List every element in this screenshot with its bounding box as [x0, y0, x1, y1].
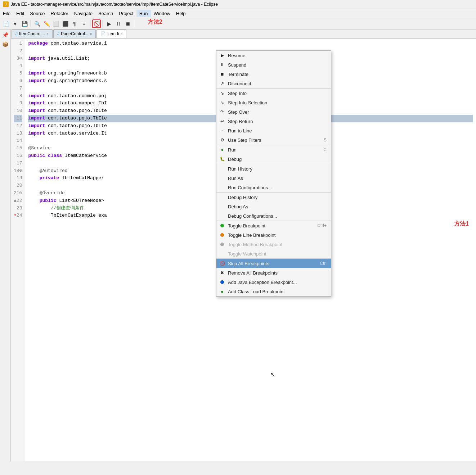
- tab-close-3[interactable]: ×: [120, 32, 122, 36]
- menu-refactor[interactable]: Refactor: [48, 10, 71, 17]
- menu-run-history[interactable]: Run History: [216, 164, 331, 173]
- menu-section-skip: 🚫 Skip All Breakpoints Ctrl ✖ Remove All…: [216, 259, 331, 297]
- menu-toggle-breakpoint-label: Toggle Breakpoint: [228, 223, 265, 229]
- step-into-icon: ↘: [219, 90, 225, 96]
- menu-run-configurations[interactable]: Run Configurations...: [216, 183, 331, 192]
- menu-toggle-breakpoint[interactable]: Toggle Breakpoint Ctrl+: [216, 221, 331, 230]
- menu-toggle-line-breakpoint[interactable]: Toggle Line Breakpoint: [216, 230, 331, 240]
- menu-file[interactable]: File: [0, 10, 13, 17]
- toolbar-sep3: [103, 20, 103, 27]
- menu-toggle-watchpoint-label: Toggle Watchpoint: [228, 251, 266, 257]
- menu-debug-history[interactable]: Debug History: [216, 193, 331, 202]
- toolbar-search[interactable]: 🔍: [33, 19, 41, 28]
- menu-step-over[interactable]: ↷ Step Over: [216, 107, 331, 117]
- menu-section-debug-controls: ▶ Resume ⏸ Suspend ⏹ Terminate ↗ Disconn…: [216, 51, 331, 89]
- sidebar-pin[interactable]: 📌: [1, 31, 9, 39]
- debug-history-icon: [219, 194, 225, 200]
- toolbar-debug-skip[interactable]: 🚫: [92, 19, 101, 28]
- menu-toggle-method-breakpoint: Toggle Method Breakpoint: [216, 240, 331, 249]
- annotation-method2: 方法2: [148, 18, 162, 26]
- run-dropdown-menu: ▶ Resume ⏸ Suspend ⏹ Terminate ↗ Disconn…: [216, 50, 331, 297]
- menu-run-as[interactable]: Run As: [216, 173, 331, 183]
- menu-help[interactable]: Help: [173, 10, 189, 17]
- menu-debug-label: Debug: [228, 157, 242, 162]
- menu-run[interactable]: Run: [136, 10, 151, 17]
- menu-debug-as[interactable]: Debug As: [216, 202, 331, 211]
- suspend-icon: ⏸: [219, 62, 225, 68]
- tab-icon-3: 📄: [100, 31, 106, 36]
- menu-section-breakpoints: Toggle Breakpoint Ctrl+ Toggle Line Brea…: [216, 221, 331, 259]
- toolbar-edit[interactable]: ✏️: [42, 19, 51, 28]
- menu-source[interactable]: Source: [27, 10, 48, 17]
- menu-add-java-exception-breakpoint[interactable]: Add Java Exception Breakpoint...: [216, 277, 331, 287]
- menu-debug-as-label: Debug As: [228, 204, 248, 209]
- toolbar-sep2: [90, 20, 90, 27]
- toolbar-pause[interactable]: ⏸: [114, 19, 123, 28]
- debug-configurations-icon: [219, 213, 225, 219]
- menu-skip-all-breakpoints-label: Skip All Breakpoints: [228, 261, 269, 266]
- toolbar-format[interactable]: ¶: [70, 19, 79, 28]
- toggle-line-breakpoint-icon: [219, 232, 225, 238]
- menu-edit[interactable]: Edit: [13, 10, 27, 17]
- menu-bar: File Edit Source Refactor Navigate Searc…: [0, 9, 476, 18]
- menu-skip-all-breakpoints[interactable]: 🚫 Skip All Breakpoints Ctrl: [216, 259, 331, 268]
- skip-all-breakpoints-shortcut: Ctrl: [320, 261, 327, 266]
- tab-itemli[interactable]: 📄 item-li ×: [96, 30, 126, 38]
- title-bar: J Java EE - taotao-manager-service/src/m…: [0, 0, 476, 9]
- menu-run-to-line-label: Run to Line: [228, 128, 252, 134]
- menu-run-as-label: Run As: [228, 176, 243, 181]
- menu-section-run-history: Run History Run As Run Configurations...: [216, 164, 331, 193]
- tab-close-1[interactable]: ×: [46, 32, 49, 36]
- tab-bar: J ItemControl... × J PageControl... × 📄 …: [11, 30, 476, 39]
- menu-remove-all-breakpoints[interactable]: ✖ Remove All Breakpoints: [216, 268, 331, 277]
- sidebar-package[interactable]: 📦: [1, 40, 9, 48]
- toolbar-new[interactable]: 📄: [1, 19, 10, 28]
- toolbar: 📄 ▼ 💾 🔍 ✏️ ⬜ ⬛ ¶ ≡ 🚫 ▶ ⏸ ⏹ 方法2: [0, 18, 476, 30]
- menu-add-class-load-breakpoint[interactable]: ● Add Class Load Breakpoint: [216, 287, 331, 296]
- menu-step-into[interactable]: ↘ Step Into: [216, 89, 331, 98]
- use-step-filters-shortcut: S: [324, 137, 327, 142]
- tab-pagecontrol[interactable]: J PageControl... ×: [53, 30, 96, 38]
- line-numbers: 1 2 3⊖ 4 5 6 7 8 9 10 11 12 13 14 15 16 …: [11, 39, 25, 461]
- toolbar-arrow[interactable]: ▼: [11, 19, 19, 28]
- menu-debug-configurations[interactable]: Debug Configurations...: [216, 211, 331, 221]
- menu-run-configurations-label: Run Configurations...: [228, 185, 272, 190]
- menu-section-step: ↘ Step Into ↘ Step Into Selection ↷ Step…: [216, 89, 331, 145]
- menu-window[interactable]: Window: [151, 10, 173, 17]
- sidebar-left: 📌 📦: [0, 30, 11, 461]
- toolbar-save[interactable]: 💾: [20, 19, 29, 28]
- menu-section-run-debug: ● Run C 🐛 Debug: [216, 145, 331, 164]
- tab-itemcontrol[interactable]: J ItemControl... ×: [12, 30, 53, 38]
- menu-step-into-label: Step Into: [228, 91, 247, 96]
- menu-step-into-selection[interactable]: ↘ Step Into Selection: [216, 98, 331, 107]
- menu-resume[interactable]: ▶ Resume: [216, 51, 331, 60]
- toggle-watchpoint-icon: [219, 251, 225, 257]
- menu-disconnect-label: Disconnect: [228, 81, 251, 86]
- menu-navigate[interactable]: Navigate: [71, 10, 95, 17]
- menu-suspend[interactable]: ⏸ Suspend: [216, 60, 331, 69]
- menu-use-step-filters[interactable]: ⚙ Use Step Filters S: [216, 135, 331, 145]
- tab-label-1: ItemControl...: [19, 31, 45, 36]
- menu-step-return[interactable]: ↩ Step Return: [216, 117, 331, 126]
- toolbar-block2[interactable]: ⬛: [61, 19, 69, 28]
- toolbar-stop[interactable]: ⏹: [124, 19, 132, 28]
- menu-step-return-label: Step Return: [228, 119, 253, 124]
- annotation-method1: 方法1: [454, 220, 469, 228]
- menu-debug-history-label: Debug History: [228, 195, 257, 200]
- toolbar-run[interactable]: ▶: [105, 19, 113, 28]
- menu-run[interactable]: ● Run C: [216, 145, 331, 154]
- debug-icon: 🐛: [219, 156, 225, 162]
- menu-search[interactable]: Search: [95, 10, 116, 17]
- tab-icon-1: J: [15, 31, 18, 36]
- menu-suspend-label: Suspend: [228, 62, 246, 68]
- menu-run-to-line[interactable]: → Run to Line: [216, 126, 331, 135]
- toolbar-align[interactable]: ≡: [80, 19, 88, 28]
- add-java-exception-breakpoint-icon: [219, 279, 225, 285]
- toolbar-block1[interactable]: ⬜: [51, 19, 60, 28]
- terminate-icon: ⏹: [219, 71, 225, 77]
- tab-close-2[interactable]: ×: [90, 32, 92, 36]
- menu-terminate[interactable]: ⏹ Terminate: [216, 69, 331, 79]
- menu-debug[interactable]: 🐛 Debug: [216, 154, 331, 164]
- menu-disconnect[interactable]: ↗ Disconnect: [216, 79, 331, 88]
- menu-project[interactable]: Project: [116, 10, 136, 17]
